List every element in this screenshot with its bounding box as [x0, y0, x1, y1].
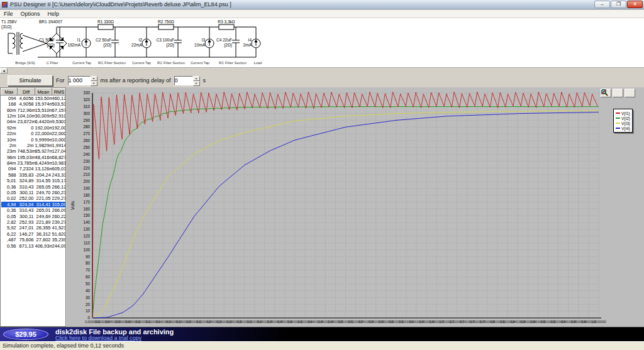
ad-price-badge: $29.95 [3, 329, 48, 340]
chart-panel[interactable]: 0102030405060708090100110120130140150160… [67, 87, 644, 327]
svg-text:180: 180 [83, 193, 90, 197]
table-row[interactable]: 0944,6056153,50m460,12m [1, 96, 67, 102]
title-bar[interactable]: PSU Designer II [C:\Users\delory\iCloudD… [0, 0, 644, 9]
table-row[interactable]: 92m0192,00m192,00m [1, 125, 67, 131]
minimize-button[interactable]: – [594, 1, 610, 8]
series-V(I1) [92, 92, 597, 318]
menu-options[interactable]: Options [17, 11, 44, 17]
legend-color-dash [616, 112, 620, 114]
i2-label: I2 [139, 38, 143, 42]
table-row[interactable]: 96m195,03m48,416m68,827m [1, 155, 67, 160]
svg-text:110: 110 [84, 241, 91, 245]
svg-text:80: 80 [86, 261, 91, 265]
capacitor-c4[interactable] [232, 27, 240, 57]
delay-unit-label: s [203, 77, 206, 84]
duration-spin-up-icon[interactable]: ▲ [91, 76, 97, 81]
menu-file[interactable]: File [0, 11, 17, 17]
current-source-i2[interactable] [142, 27, 151, 57]
svg-text:160: 160 [83, 207, 90, 211]
table-row[interactable]: 60m712,96m15,510m67,157m [1, 107, 67, 112]
delay-input[interactable] [174, 76, 193, 85]
column-header-diff[interactable]: Diff [18, 89, 35, 96]
capacitor-c3[interactable] [174, 27, 182, 57]
table-row[interactable]: 4,94324,04314,41315,09 [1, 202, 67, 207]
series-V(I4) [92, 112, 599, 318]
zoom-out-button[interactable] [613, 89, 623, 97]
resistor-r1[interactable] [98, 25, 113, 30]
column-header-mean[interactable]: Mean [35, 89, 52, 96]
table-row[interactable]: 5,92247,0126,35541,523 [1, 225, 67, 231]
column-header-max[interactable]: Max [1, 89, 18, 96]
schematic-scrollbar[interactable]: ◄ [0, 67, 644, 74]
table-row[interactable]: 588335,83-204,24243,33 [1, 172, 67, 178]
scroll-left-button[interactable]: ◄ [0, 68, 8, 74]
legend-item: V(I4) [616, 126, 630, 131]
capacitor-c2[interactable] [111, 27, 119, 57]
svg-text:70: 70 [86, 268, 91, 272]
transformer-symbol[interactable] [8, 32, 47, 55]
y-axis-label: Volts [70, 200, 75, 210]
svg-text:170: 170 [83, 200, 90, 204]
delay-spin-up-icon[interactable]: ▲ [193, 76, 200, 81]
table-row[interactable]: 2,82252,93221,89239,27 [1, 219, 67, 225]
table-row[interactable]: 6,22146,2736,31251,620 [1, 231, 67, 237]
table-row[interactable]: 04m23,672m6,4420m9,5303m [1, 119, 67, 124]
readings-table-panel[interactable]: MaxDiffMeanRMS 0944,6056153,50m460,12m16… [0, 87, 66, 327]
table-row[interactable]: 1684,905815,974m503,53m [1, 101, 67, 107]
table-row[interactable]: 23m748,53m85,927m127,04m [1, 148, 67, 154]
current-source-i3[interactable] [205, 27, 214, 57]
table-row[interactable]: ,48775,60627,80235,239 [1, 237, 67, 243]
table-row[interactable]: 0,56671,13406,93m244,09 [1, 243, 67, 248]
ad-download-link[interactable]: Click here to download a trial copy [55, 335, 142, 341]
zoom-reset-icon [601, 89, 608, 96]
section-label: Load [254, 61, 262, 65]
svg-text:20: 20 [86, 302, 91, 307]
table-row[interactable]: 0,05300,11249,69260,22 [1, 213, 67, 219]
svg-text:310: 310 [83, 104, 90, 109]
resistor-r3[interactable] [219, 25, 234, 30]
i4-current-label: 2mA [243, 43, 252, 47]
current-source-i1[interactable] [82, 27, 91, 57]
table-row[interactable]: 84m23,785m8,4249m10,981m [1, 160, 67, 166]
svg-text:120: 120 [83, 234, 90, 238]
zoom-reset-button[interactable] [625, 89, 635, 97]
duration-input[interactable] [68, 76, 91, 85]
menu-bar: File Options Help [0, 10, 644, 18]
svg-text:260: 260 [83, 138, 90, 143]
duration-unit-label: ms after a reporting delay of [101, 77, 171, 84]
br1-label: BR1 1N4007 [39, 19, 63, 24]
column-header-rms[interactable]: RMS [52, 89, 67, 96]
waveform-plot[interactable]: 0102030405060708090100110120130140150160… [67, 87, 644, 327]
close-button[interactable]: ✕ [627, 1, 643, 8]
table-row[interactable]: 22m022,000m22,000m [1, 131, 67, 136]
chart-legend: V(I1)V(I2)V(I3)V(I4) [613, 109, 633, 133]
table-row[interactable]: 0,36310,43265,05266,12 [1, 183, 67, 189]
svg-text:100: 100 [83, 248, 90, 252]
bridge-rectifier-symbol[interactable] [47, 27, 67, 57]
svg-text:30: 30 [86, 295, 91, 300]
status-text: Simulation complete, elapsed time 0,12 s… [3, 342, 124, 349]
table-row[interactable]: 12m104,10m30,009m52,910m [1, 113, 67, 119]
simulate-button[interactable]: Simulate [8, 75, 53, 86]
maximize-button[interactable]: ❐ [611, 1, 626, 8]
table-row[interactable]: 0,05300,11249,70260,23 [1, 190, 67, 195]
schematic-panel[interactable]: T1 258V (31Ω) BR1 1N4007 [0, 18, 644, 67]
duration-spin-down-icon[interactable]: ▼ [91, 81, 97, 86]
table-row[interactable]: 5,01324,89314,55315,17 [1, 178, 67, 183]
legend-color-dash [616, 118, 620, 119]
table-row[interactable]: 2m2m1,9829m1,9914m [1, 143, 67, 148]
section-label: Current Tap [72, 61, 91, 65]
delay-spin-down-icon[interactable]: ▼ [193, 81, 200, 86]
table-row[interactable]: 0,36310,43265,01266,09 [1, 207, 67, 213]
c3-label: C3 100uF [156, 38, 174, 42]
table-row[interactable]: 0947,232413,126m605,03m [1, 166, 67, 172]
menu-help[interactable]: Help [44, 11, 64, 17]
legend-item: V(I2) [616, 116, 630, 121]
table-row[interactable]: 10m09,9999m10,000m [1, 136, 67, 142]
table-row[interactable]: 0,02252,00221,05229,27 [1, 195, 67, 201]
resistor-r2[interactable] [158, 25, 174, 30]
section-label: RC Filter Section [98, 61, 126, 65]
load-source-i4[interactable] [252, 27, 260, 57]
app-window: PSU Designer II [C:\Users\delory\iCloudD… [0, 0, 644, 350]
c1-impedance-label: (2Ω) [47, 43, 55, 48]
